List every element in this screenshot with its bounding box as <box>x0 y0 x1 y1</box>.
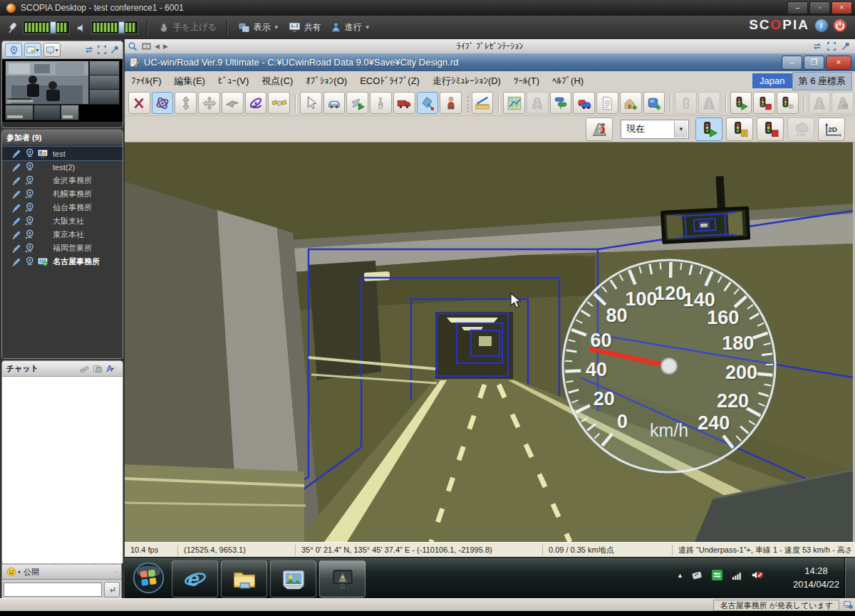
fullscreen-presentation-icon[interactable] <box>826 41 836 51</box>
route-nav-button[interactable] <box>586 118 613 141</box>
volume-muted-tray-icon[interactable] <box>751 569 764 581</box>
menu-eco-drive[interactable]: ECOﾄﾞﾗｲﾌﾞ(Z) <box>353 73 426 88</box>
minimize-button[interactable]: – <box>787 1 808 14</box>
walk-button[interactable] <box>370 92 392 114</box>
speaker-level-meter[interactable] <box>91 21 138 34</box>
prev-button[interactable]: ◀ <box>155 43 160 50</box>
flight-play-button[interactable] <box>346 92 368 114</box>
mic-level-meter[interactable] <box>23 21 70 34</box>
filmstrip-icon[interactable] <box>142 42 151 51</box>
ucwin-minimize-button[interactable]: – <box>782 56 802 70</box>
taskbar-photo-viewer-button[interactable] <box>270 560 316 597</box>
measure-button[interactable] <box>472 92 494 114</box>
pin-icon[interactable] <box>110 45 120 55</box>
participant-camera-icon[interactable] <box>25 256 34 267</box>
add-model-button[interactable] <box>620 92 642 114</box>
signpost-edit-button[interactable] <box>550 92 572 114</box>
menu-tools[interactable]: ﾂｰﾙ(T) <box>507 73 546 88</box>
participant-camera-icon[interactable] <box>25 175 34 186</box>
move-vertical-button[interactable] <box>175 92 197 114</box>
participant-mic-icon[interactable] <box>12 176 21 186</box>
participant-sendai[interactable]: 仙台事務所 <box>2 201 123 214</box>
menu-help[interactable]: ﾍﾙﾌﾟ(H) <box>546 73 590 88</box>
participant-mic-icon[interactable] <box>12 257 21 267</box>
share-button[interactable]: 共有 <box>284 19 326 36</box>
kite-view-button[interactable] <box>417 92 439 114</box>
video-thumbnail[interactable] <box>61 105 78 120</box>
participant-camera-icon[interactable] <box>25 229 34 240</box>
participant-mic-icon[interactable] <box>12 244 21 254</box>
pedestrian-button[interactable] <box>440 92 462 114</box>
taskbar-simulator-button[interactable] <box>319 560 366 597</box>
dropdown-arrow-icon[interactable]: ▼ <box>674 121 688 137</box>
layout-select-button[interactable]: ▾ <box>24 43 41 57</box>
taskbar-clock[interactable]: 14:28 2014/04/22 <box>793 565 839 592</box>
signal-reset-button[interactable] <box>777 92 799 114</box>
proceed-menu-button[interactable]: 進行▼ <box>326 20 375 35</box>
swap-presentation-icon[interactable] <box>812 41 822 51</box>
magnifier-icon[interactable] <box>128 41 138 52</box>
add-object-button[interactable] <box>643 92 665 114</box>
participant-kanazawa[interactable]: 金沢事務所 <box>2 174 123 187</box>
traffic-generate-button[interactable] <box>573 92 595 114</box>
taskbar-explorer-button[interactable] <box>221 560 267 597</box>
select-button[interactable] <box>300 92 322 114</box>
satellite-view-button[interactable] <box>268 92 290 114</box>
emoji-button[interactable]: ▾ <box>6 567 21 577</box>
signal-halt-button[interactable] <box>757 118 784 141</box>
close-button[interactable]: × <box>831 1 852 14</box>
participant-nagoya[interactable]: 名古屋事務所 <box>2 255 123 268</box>
participant-osaka[interactable]: 大阪支社 <box>2 214 123 228</box>
view-2d-button[interactable]: 2D <box>818 118 845 141</box>
webcam-button[interactable] <box>5 43 22 57</box>
signal-run-button[interactable] <box>695 118 722 141</box>
video-thumbnail[interactable] <box>90 90 119 104</box>
visibility-dropdown[interactable]: ▾ <box>114 569 117 575</box>
vehicle-top-button[interactable] <box>675 92 697 114</box>
road-edit-button[interactable] <box>527 92 549 114</box>
ucwin-maximize-button[interactable]: ❐ <box>804 56 824 70</box>
hidden-icons-button[interactable]: ▲ <box>677 572 683 579</box>
signal-start-button[interactable] <box>730 92 752 114</box>
pointer-x-button[interactable] <box>128 92 150 114</box>
driving-3d-viewport[interactable]: 020406080100120140160180200220240km/h <box>125 142 855 542</box>
road-display-a-button[interactable] <box>809 92 831 114</box>
menu-driving-simulation[interactable]: 走行ｼﾐｭﾚｰｼｮﾝ(D) <box>426 73 507 90</box>
video-thumbnail[interactable] <box>6 105 33 120</box>
participant-camera-icon[interactable] <box>25 243 34 254</box>
fullscreen-icon[interactable] <box>97 45 107 55</box>
ucwin-close-button[interactable]: × <box>826 56 851 70</box>
drive-car-button[interactable] <box>323 92 346 114</box>
road-scene-button[interactable] <box>698 92 720 114</box>
fly-over-button[interactable] <box>222 92 244 114</box>
main-video-feed[interactable] <box>6 61 88 104</box>
participant-test2[interactable]: test(2) <box>2 160 123 174</box>
road-display-b-button[interactable] <box>831 92 854 114</box>
maximize-button[interactable]: ▫ <box>809 1 830 14</box>
raise-hand-button[interactable]: 手を上げる <box>154 20 221 35</box>
orbit-fly-button[interactable] <box>245 92 267 114</box>
taskbar-internet-explorer-button[interactable]: e <box>172 560 218 597</box>
display-menu-button[interactable]: 表示▼ <box>234 20 284 36</box>
participant-mic-icon[interactable] <box>12 203 21 213</box>
participant-mic-icon[interactable] <box>12 216 21 226</box>
save-chat-icon[interactable] <box>93 364 102 373</box>
signal-phase-button[interactable] <box>726 118 753 141</box>
orbit-rotate-button[interactable] <box>152 92 174 114</box>
participant-mic-icon[interactable] <box>12 189 21 199</box>
participant-camera-icon[interactable] <box>25 148 34 159</box>
video-thumbnail[interactable] <box>90 61 119 75</box>
chat-messages[interactable] <box>2 377 123 563</box>
send-button[interactable] <box>104 582 120 597</box>
participant-test[interactable]: test <box>2 147 123 160</box>
participant-fukuoka[interactable]: 福岡営業所 <box>2 241 123 255</box>
menu-viewpoint[interactable]: 視点(C) <box>255 73 299 90</box>
font-button[interactable]: A <box>105 364 118 374</box>
menu-view[interactable]: ﾋﾞｭｰ(V) <box>212 73 255 88</box>
network-tray-icon[interactable] <box>731 569 743 581</box>
participant-camera-icon[interactable] <box>25 202 34 213</box>
info-button[interactable]: i <box>815 19 828 32</box>
participant-tokyo[interactable]: 東京本社 <box>2 228 123 241</box>
monitor-select-button[interactable]: ▾ <box>43 43 61 57</box>
microphone-icon[interactable] <box>6 21 20 35</box>
